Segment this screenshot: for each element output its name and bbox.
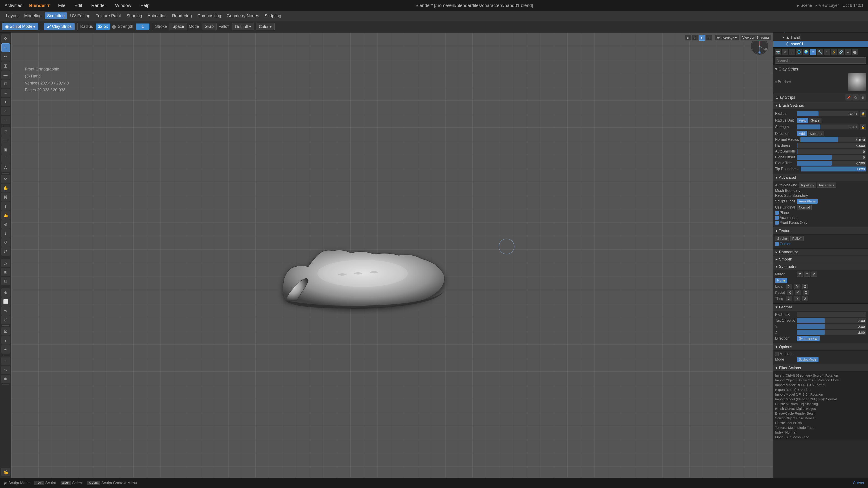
- radial-y-btn[interactable]: Y: [795, 290, 801, 295]
- options-section-header[interactable]: ▾ Options: [773, 344, 868, 351]
- grab-tool[interactable]: ✋: [1, 184, 10, 193]
- thumb-tool[interactable]: 👍: [1, 211, 10, 220]
- outliner-hand-mesh[interactable]: ▾ ▲ Hand: [773, 34, 868, 41]
- tex-offset-x-slider[interactable]: 2.00: [797, 318, 866, 323]
- prop-object-icon[interactable]: ◻: [810, 49, 816, 55]
- clay-thumb-tool[interactable]: ⊡: [1, 79, 10, 88]
- menu-help[interactable]: Help: [138, 2, 151, 9]
- prop-material-icon[interactable]: ⬤: [852, 49, 858, 55]
- falloff-btn-tex[interactable]: Falloff: [790, 236, 804, 241]
- menu-render[interactable]: Render: [90, 2, 108, 9]
- cloth-tool[interactable]: ⊞: [1, 268, 10, 276]
- radius-unit-scene-btn[interactable]: Scale: [809, 118, 822, 123]
- tab-animation[interactable]: Animation: [145, 12, 169, 19]
- mode-options-value[interactable]: Sculpt Mode: [797, 357, 818, 362]
- direction-sym-value[interactable]: Symmetrical: [797, 336, 819, 341]
- outliner-hand01-obj[interactable]: ⬡ hand01: [773, 41, 868, 47]
- filter-item-13[interactable]: Mode: Sub Mesh Face: [775, 435, 866, 440]
- tiling-z-btn[interactable]: Z: [802, 296, 808, 301]
- filter-item-9[interactable]: Sculpt Object Pose Bones: [775, 416, 866, 420]
- prop-data-icon[interactable]: ▲: [845, 49, 851, 55]
- brush-name-btn[interactable]: 🖌 Clay Strips: [44, 23, 74, 30]
- inflate-tool[interactable]: ●: [1, 98, 10, 106]
- cursor-check[interactable]: Cursor: [775, 242, 790, 246]
- mirror-x-btn[interactable]: X: [797, 271, 803, 277]
- radius-x-slider[interactable]: 1: [797, 312, 866, 317]
- tex-offset-z-slider[interactable]: 2.00: [797, 330, 866, 335]
- menu-file[interactable]: File: [56, 2, 67, 9]
- annotate-tool[interactable]: ✍: [1, 468, 10, 476]
- nudge-tool[interactable]: ↕: [1, 229, 10, 238]
- tab-scripting[interactable]: Scripting: [262, 12, 283, 19]
- lasso-mask-tool[interactable]: ∿: [1, 306, 10, 315]
- prop-view-layer-icon[interactable]: ☰: [789, 49, 795, 55]
- tab-texture-paint[interactable]: Texture Paint: [94, 12, 123, 19]
- box-hide-tool[interactable]: ⊠: [1, 327, 10, 335]
- tab-compositing[interactable]: Compositing: [195, 12, 223, 19]
- pose-tool[interactable]: ⚙: [1, 220, 10, 229]
- prop-scene-icon[interactable]: 🌐: [796, 49, 802, 55]
- sculpt-mode-btn[interactable]: ◉ Sculpt Mode ▾: [2, 23, 38, 30]
- box-mask-tool[interactable]: ⬜: [1, 297, 10, 306]
- autosmooth-slider[interactable]: 0: [797, 149, 866, 154]
- prop-output-icon[interactable]: 🖨: [782, 49, 788, 55]
- filter-item-5[interactable]: Import Model (Blender Old (JFI)): Normal: [775, 397, 866, 401]
- tab-rendering[interactable]: Rendering: [170, 12, 194, 19]
- tex-offset-y-slider[interactable]: 2.00: [797, 324, 866, 329]
- symmetry-section-header[interactable]: ▾ Symmetry: [773, 263, 868, 270]
- mask-tool[interactable]: ◈: [1, 288, 10, 297]
- pinch-tool[interactable]: ⋈: [1, 175, 10, 184]
- scrape-tool[interactable]: ⌒: [1, 154, 10, 163]
- clay-strip-delete-icon[interactable]: 🗑: [860, 94, 866, 101]
- smooth-tool[interactable]: ◌: [1, 127, 10, 136]
- elastic-deform-tool[interactable]: ⌘: [1, 193, 10, 201]
- transform-tool[interactable]: ⊕: [1, 375, 10, 383]
- solid-shading-btn[interactable]: ◉: [685, 35, 691, 41]
- topology-btn[interactable]: Topology: [799, 183, 816, 188]
- crease-tool[interactable]: ∽: [1, 116, 10, 124]
- plane-offset-slider[interactable]: 0: [797, 155, 866, 160]
- direction-subtract-btn[interactable]: Subtract: [808, 131, 825, 136]
- direction-add-btn[interactable]: Add: [797, 131, 807, 136]
- radius-slider[interactable]: 32 px: [797, 111, 859, 116]
- color-btn[interactable]: Color ▾: [256, 23, 275, 30]
- filter-item-8[interactable]: Erase-Circle Render Begin: [775, 411, 866, 416]
- brush-settings-section-header[interactable]: ▾ Brush Settings: [773, 102, 868, 109]
- prop-render-icon[interactable]: 📷: [775, 49, 781, 55]
- face-sets-tool[interactable]: ⬡: [1, 315, 10, 324]
- radial-z-btn[interactable]: Z: [803, 290, 809, 295]
- filter-item-4[interactable]: Import Model (JFI 3.5): Rotation: [775, 392, 866, 397]
- box-face-set-tool[interactable]: ⬧: [1, 336, 10, 345]
- filter-item-0[interactable]: Invert (Ctrl+I) (Geometry Sculpt): Rotat…: [775, 373, 866, 378]
- clay-strip-duplicate-icon[interactable]: ⧉: [852, 94, 859, 101]
- clay-strip-pin-icon[interactable]: 📌: [845, 94, 852, 101]
- fill-tool[interactable]: ▣: [1, 145, 10, 154]
- tab-modeling[interactable]: Modeling: [22, 12, 44, 19]
- falloff-btn[interactable]: Default ▾: [232, 23, 254, 30]
- hardness-slider[interactable]: 0.000: [797, 143, 866, 148]
- rendered-shading-btn[interactable]: ●: [699, 35, 705, 41]
- wireframe-shading-btn[interactable]: ⬡: [706, 35, 712, 41]
- prop-physics-icon[interactable]: ⚡: [831, 49, 837, 55]
- stroke-btn-tex[interactable]: Stroke: [775, 236, 789, 241]
- filter-item-11[interactable]: Texture: Mesh Mode Face: [775, 425, 866, 430]
- menu-edit[interactable]: Edit: [72, 2, 84, 9]
- filter-actions-header[interactable]: ▾ Filter Actions: [773, 364, 868, 372]
- overlays-btn[interactable]: ⊕ Overlays ▾: [715, 35, 739, 41]
- mirror-y-btn[interactable]: Y: [804, 271, 810, 277]
- tiling-x-btn[interactable]: X: [786, 296, 792, 301]
- feather-section-header[interactable]: ▾ Feather: [773, 304, 868, 311]
- brush-thumbnail[interactable]: [848, 73, 866, 91]
- strength-lock-icon[interactable]: 🔒: [860, 124, 866, 130]
- use-original-value[interactable]: Normal: [797, 205, 812, 210]
- scale-tool[interactable]: ⤡: [1, 365, 10, 374]
- snake-hook-tool[interactable]: ∫: [1, 202, 10, 210]
- prop-world-icon[interactable]: 🌍: [803, 49, 809, 55]
- plane-trim-slider[interactable]: 0.500: [797, 161, 866, 166]
- strength-slider[interactable]: 0.381: [797, 125, 859, 129]
- mirror-z-btn[interactable]: Z: [811, 271, 817, 277]
- activities-label[interactable]: Activities: [4, 3, 22, 8]
- layer-tool[interactable]: ≡: [1, 89, 10, 97]
- filter-item-7[interactable]: Brush Curve: Digital Edges: [775, 406, 866, 411]
- normal-radius-slider[interactable]: 0.570: [800, 137, 866, 142]
